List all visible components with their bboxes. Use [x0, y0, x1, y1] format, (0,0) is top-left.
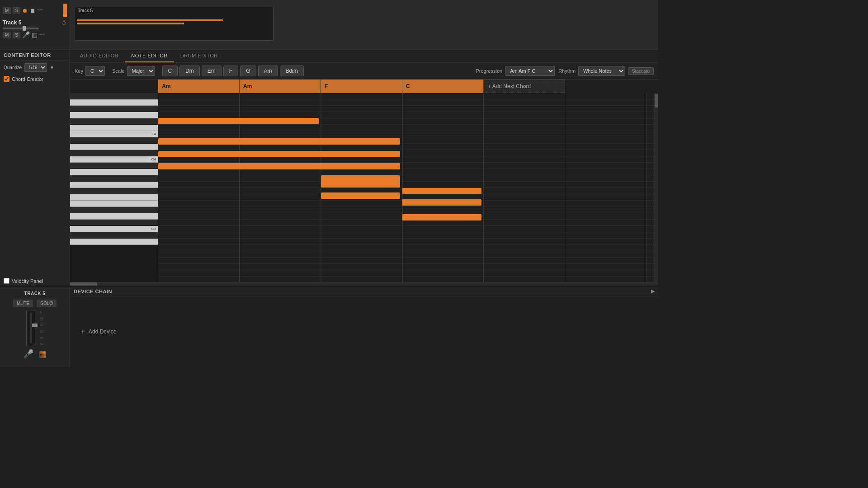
progression-label: Progression — [476, 68, 502, 74]
scale-select[interactable]: MajorMinor — [127, 66, 155, 76]
m-btn[interactable]: M — [3, 32, 11, 38]
vline-3 — [402, 93, 403, 282]
top-s-btn[interactable]: S — [13, 7, 20, 14]
top-m-btn[interactable]: M — [3, 7, 11, 14]
key-section: Key CDEF GAB — [75, 66, 105, 76]
track5-controls: TRACK 5 MUTE SOLO 8 18 24 30 36 54 — [0, 286, 70, 367]
note-bar[interactable] — [402, 188, 481, 194]
piano-key-black[interactable] — [70, 175, 158, 182]
top-stop-icon[interactable]: ⏹ — [30, 7, 36, 14]
chord-btn-F[interactable]: F — [223, 66, 238, 76]
piano-key-white[interactable] — [70, 201, 158, 207]
chord-btn-G[interactable]: G — [240, 66, 256, 76]
note-bar[interactable] — [158, 138, 400, 145]
chord-creator-row: Chord Creator — [0, 74, 70, 84]
chord-segment-C[interactable]: C — [402, 80, 484, 93]
rhythm-select[interactable]: Whole NotesHalf NotesQuarter Notes — [578, 66, 625, 76]
staccato-toggle[interactable]: Staccato — [628, 67, 654, 75]
piano-key-black[interactable] — [70, 163, 158, 169]
piano-key-black[interactable] — [70, 150, 158, 156]
right-scrollbar[interactable] — [654, 93, 658, 282]
device-chain-panel: DEVICE CHAIN ▶ ＋ Add Device — [70, 286, 658, 367]
note-bar[interactable] — [321, 181, 400, 188]
note-bar[interactable] — [321, 175, 400, 182]
eq-icon[interactable]: ▦ — [32, 31, 38, 38]
piano-key-black[interactable] — [70, 188, 158, 194]
chord-btn-Em[interactable]: Em — [202, 66, 222, 76]
piano-key-black[interactable] — [70, 220, 158, 226]
chord-btn-C[interactable]: C — [162, 66, 178, 76]
content-editor-label: CONTENT EDITOR — [0, 50, 70, 61]
note-bar[interactable] — [402, 214, 481, 221]
note-bar[interactable] — [158, 163, 400, 169]
clip-block[interactable]: Track 5 — [75, 7, 274, 41]
bottom-icons-row: 🎤 ▦ — [24, 349, 47, 359]
chord-btn-Dm[interactable]: Dm — [179, 66, 200, 76]
quantize-select[interactable]: 1/16 1/8 1/4 — [24, 63, 47, 72]
quantize-label: Quantize — [4, 65, 22, 70]
fader-area: 8 18 24 30 36 54 — [26, 310, 44, 346]
mute-btn[interactable]: MUTE — [13, 300, 33, 307]
piano-key-C4[interactable]: C4 — [70, 156, 158, 163]
piano-key-white[interactable] — [70, 99, 158, 106]
scrollbar-h[interactable] — [70, 282, 658, 286]
chord-segment-add[interactable]: + Add Next Chord — [484, 80, 565, 93]
key-select[interactable]: CDEF GAB — [85, 66, 105, 76]
volume-slider[interactable] — [3, 28, 39, 29]
scrollbar-thumb-v[interactable] — [655, 94, 658, 108]
tab-audio-editor[interactable]: AUDIO EDITOR — [74, 50, 125, 62]
note-bar[interactable] — [158, 118, 319, 124]
s-btn[interactable]: S — [13, 32, 20, 38]
chord-segment-Am2[interactable]: Am — [240, 80, 321, 93]
tab-note-editor[interactable]: NOTE EDITOR — [125, 50, 174, 62]
top-record-icon[interactable]: ⏺ — [22, 7, 28, 14]
chord-btn-Am[interactable]: Am — [258, 66, 278, 76]
chord-segment-F[interactable]: F — [321, 80, 402, 93]
velocity-panel-checkbox[interactable] — [4, 278, 9, 284]
mute-solo-row: MUTE SOLO — [13, 300, 57, 307]
track-title: Track 5 — [3, 19, 21, 26]
wave2-icon[interactable]: 〰 — [39, 32, 45, 38]
piano-key-black[interactable] — [70, 207, 158, 213]
chord-btn-Bdim[interactable]: Bdim — [280, 66, 304, 76]
note-bar[interactable] — [158, 151, 400, 157]
piano-key-black[interactable] — [70, 232, 158, 239]
bottom-mic-icon[interactable]: 🎤 — [24, 349, 33, 359]
expand-arrow[interactable]: ▶ — [651, 288, 655, 294]
piano-key-white[interactable] — [70, 239, 158, 245]
piano-key-white[interactable] — [70, 213, 158, 220]
key-label: Key — [75, 68, 83, 74]
device-chain-content: ＋ Add Device — [70, 296, 658, 367]
note-bar[interactable] — [321, 192, 400, 199]
add-device-btn[interactable]: ＋ Add Device — [79, 327, 116, 337]
solo-btn[interactable]: SOLO — [37, 300, 57, 307]
chord-creator-checkbox[interactable] — [4, 76, 9, 82]
piano-key-white[interactable] — [70, 144, 158, 150]
piano-key-C3[interactable]: C3 — [70, 226, 158, 232]
top-wave-icon[interactable]: 〰 — [38, 7, 43, 14]
piano-key-white[interactable] — [70, 182, 158, 188]
note-grid[interactable]: 6 7 — [158, 93, 654, 282]
progression-section: Progression Am Am F C — [476, 66, 555, 76]
piano-key-black[interactable] — [70, 137, 158, 144]
scale-label: Scale — [112, 68, 125, 74]
piano-key-white[interactable] — [70, 112, 158, 118]
note-bar[interactable] — [402, 199, 481, 206]
piano-key-white[interactable] — [70, 125, 158, 131]
piano-key-E[interactable]: E4 — [70, 131, 158, 137]
chord-segment-Am1[interactable]: Am — [158, 80, 240, 93]
tab-drum-editor[interactable]: DRUM EDITOR — [174, 50, 224, 62]
piano-key-black[interactable] — [70, 106, 158, 112]
piano-key-black[interactable] — [70, 118, 158, 125]
piano-key-black[interactable] — [70, 93, 158, 99]
bottom-eq-icon[interactable]: ▦ — [39, 349, 47, 359]
progression-select[interactable]: Am Am F C — [505, 66, 555, 76]
add-device-label: Add Device — [89, 328, 116, 335]
mic-icon[interactable]: 🎤 — [22, 31, 30, 38]
piano-key-white[interactable] — [70, 194, 158, 201]
track-controls-row: M S 🎤 ▦ 〰 — [3, 31, 67, 38]
piano-key-white[interactable] — [70, 169, 158, 175]
mini-fader[interactable] — [26, 310, 35, 346]
track-title-row: M S ⏺ ⏹ 〰 — [3, 4, 67, 17]
scrollbar-thumb-h[interactable] — [70, 282, 97, 286]
